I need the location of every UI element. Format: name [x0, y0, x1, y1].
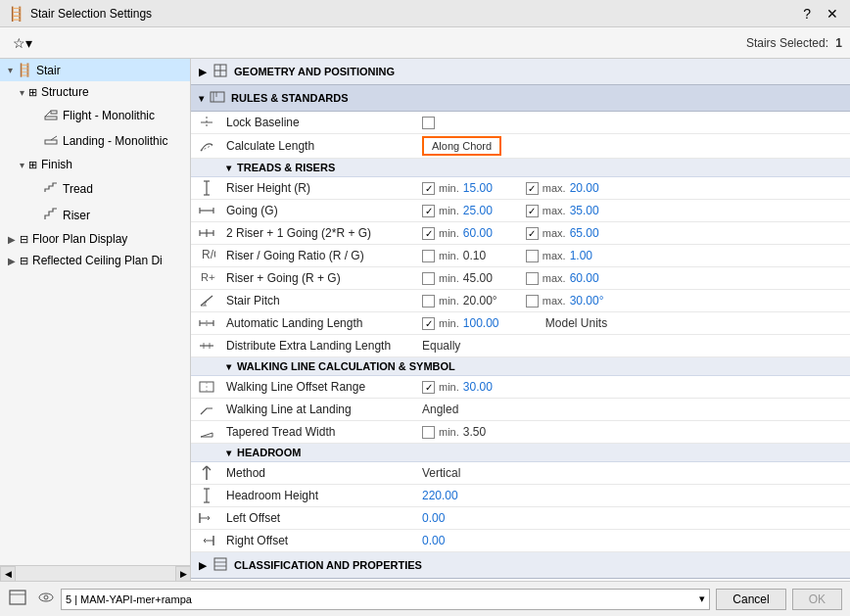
method-controls: Vertical — [418, 466, 850, 480]
calculate-length-row: Calculate Length Along Chord — [191, 134, 850, 159]
two-riser-controls: min. 60.00 max. 65.00 — [418, 226, 850, 240]
method-row: Method Vertical — [191, 462, 850, 485]
going-min-value: 25.00 — [463, 204, 502, 217]
svg-point-55 — [39, 593, 53, 601]
walking-landing-icon — [191, 401, 222, 418]
floor-plan-icon: ⊟ — [20, 233, 28, 246]
title-icon: 🪜 — [8, 6, 24, 22]
close-button[interactable]: ✕ — [823, 4, 842, 24]
sidebar-item-flight-monolithic[interactable]: Flight - Monolithic — [0, 103, 190, 128]
tree-arrow: ▶ — [8, 256, 16, 266]
section-geometry[interactable]: ▶ GEOMETRY AND POSITIONING — [191, 59, 850, 85]
bottom-icon — [8, 588, 27, 611]
model-dropdown[interactable]: 5 | MAM-YAPI-mer+rampa ▾ — [61, 589, 710, 610]
riser-going-controls: min. 45.00 max. 60.00 — [418, 271, 850, 285]
walking-landing-row: Walking Line at Landing Angled — [191, 399, 850, 421]
section-rules[interactable]: ▾ RULES & STANDARDS — [191, 85, 850, 112]
headroom-height-icon — [191, 487, 222, 504]
going-max-checkbox[interactable] — [526, 205, 539, 217]
right-offset-value: 0.00 — [422, 534, 461, 547]
walking-offset-min-checkbox[interactable] — [422, 381, 435, 394]
going-icon — [191, 202, 222, 219]
subsection-walking-line[interactable]: ▾ WALKING LINE CALCULATION & SYMBOL — [191, 357, 850, 376]
stair-pitch-max-checkbox[interactable] — [526, 295, 539, 308]
dialog-title: Stair Selection Settings — [30, 7, 152, 21]
tapered-tread-min-checkbox[interactable] — [422, 426, 435, 439]
riser-height-icon — [191, 179, 222, 197]
tree-arrow: ▾ — [8, 65, 13, 75]
section-label: RULES & STANDARDS — [231, 92, 349, 104]
left-offset-controls: 0.00 — [418, 511, 850, 525]
distribute-extra-controls: Equally — [418, 339, 850, 353]
auto-landing-icon — [191, 314, 222, 332]
selection-info: Stairs Selected: 1 — [746, 36, 842, 50]
method-label: Method — [222, 466, 418, 480]
riser-going-ratio-icon: R/G — [191, 247, 222, 264]
riser-height-min-checkbox[interactable] — [422, 182, 435, 195]
along-chord-button[interactable]: Along Chord — [422, 136, 501, 156]
sidebar-item-finish[interactable]: ▾ ⊞ Finish — [0, 154, 190, 175]
auto-landing-label: Automatic Landing Length — [222, 316, 418, 330]
riser-going-ratio-min-checkbox[interactable] — [422, 250, 435, 262]
right-offset-label: Right Offset — [222, 534, 418, 547]
headroom-height-label: Headroom Height — [222, 489, 418, 502]
stair-pitch-controls: min. 20.00° max. 30.00° — [418, 294, 850, 308]
two-riser-min-checkbox[interactable] — [422, 227, 435, 240]
subsection-treads-risers[interactable]: ▾ TREADS & RISERS — [191, 159, 850, 177]
subsection-headroom[interactable]: ▾ HEADROOM — [191, 444, 850, 462]
left-offset-label: Left Offset — [222, 511, 418, 525]
lock-baseline-checkbox[interactable] — [422, 117, 435, 129]
riser-going-min-checkbox[interactable] — [422, 272, 435, 285]
sidebar-item-floor-plan[interactable]: ▶ ⊟ Floor Plan Display — [0, 228, 190, 250]
sidebar-item-tread[interactable]: Tread — [0, 175, 190, 202]
cancel-button[interactable]: Cancel — [716, 589, 785, 610]
svg-rect-0 — [45, 117, 57, 119]
lock-baseline-label: Lock Baseline — [222, 116, 418, 129]
sidebar-item-reflected-ceiling[interactable]: ▶ ⊟ Reflected Ceiling Plan Di — [0, 250, 190, 271]
auto-landing-min-checkbox[interactable] — [422, 317, 435, 330]
sidebar-item-landing-monolithic[interactable]: Landing - Monolithic — [0, 128, 190, 154]
right-offset-icon — [191, 532, 222, 549]
scroll-right-btn[interactable]: ▶ — [175, 566, 191, 582]
riser-going-icon: R+G — [191, 269, 222, 287]
riser-going-label: Riser + Going (R + G) — [222, 271, 418, 285]
tapered-tread-min-value: 3.50 — [463, 425, 502, 439]
method-value: Vertical — [422, 466, 461, 480]
riser-going-max-checkbox[interactable] — [526, 272, 539, 285]
left-offset-icon — [191, 509, 222, 527]
stair-pitch-min-checkbox[interactable] — [422, 295, 435, 308]
headroom-height-row: Headroom Height 220.00 — [191, 485, 850, 507]
favorites-button[interactable]: ☆▾ — [8, 32, 37, 54]
sidebar-item-label: Flight - Monolithic — [63, 109, 155, 122]
riser-icon — [43, 206, 59, 224]
section-classification[interactable]: ▶ CLASSIFICATION AND PROPERTIES — [191, 552, 850, 579]
tread-icon — [43, 179, 59, 198]
tree-arrow: ▾ — [20, 87, 24, 98]
auto-landing-row: Automatic Landing Length min. 100.00 Mod… — [191, 312, 850, 335]
sidebar-item-riser[interactable]: Riser — [0, 202, 190, 228]
walking-landing-controls: Angled — [418, 403, 850, 416]
scroll-left-btn[interactable]: ◀ — [0, 566, 16, 582]
riser-height-max-checkbox[interactable] — [526, 182, 539, 195]
dropdown-value: 5 | MAM-YAPI-mer+rampa — [66, 593, 192, 605]
riser-height-controls: min. 15.00 max. 20.00 — [418, 181, 850, 195]
title-bar: 🪜 Stair Selection Settings ? ✕ — [0, 0, 850, 27]
riser-going-ratio-max-checkbox[interactable] — [526, 250, 539, 262]
stair-pitch-icon — [191, 292, 222, 309]
ok-button[interactable]: OK — [792, 589, 842, 610]
sidebar-item-stair[interactable]: ▾ 🪜 Stair — [0, 59, 190, 81]
scroll-track — [16, 566, 175, 581]
eye-icon — [37, 589, 55, 609]
going-max-value: 35.00 — [570, 204, 609, 217]
stair-pitch-max-value: 30.00° — [570, 294, 609, 308]
two-riser-max-checkbox[interactable] — [526, 227, 539, 240]
riser-going-min-value: 45.00 — [463, 271, 502, 285]
dropdown-arrow: ▾ — [699, 592, 705, 605]
walking-offset-controls: min. 30.00 — [418, 380, 850, 394]
sidebar-item-structure[interactable]: ▾ ⊞ Structure — [0, 81, 190, 103]
going-min-checkbox[interactable] — [422, 205, 435, 217]
distribute-extra-label: Distribute Extra Landing Length — [222, 339, 418, 353]
right-offset-row: Right Offset 0.00 — [191, 530, 850, 552]
help-button[interactable]: ? — [799, 4, 815, 24]
walking-label: WALKING LINE CALCULATION & SYMBOL — [237, 360, 455, 372]
